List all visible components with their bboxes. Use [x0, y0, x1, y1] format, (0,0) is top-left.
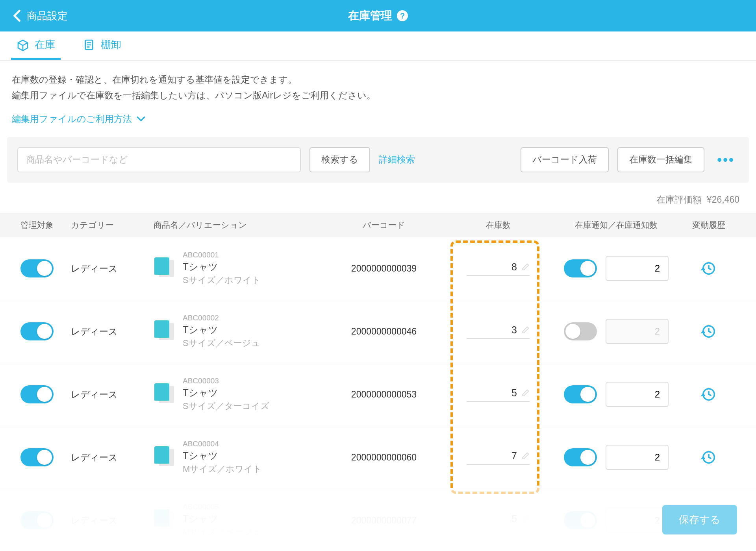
- product-name: Tシャツ: [183, 261, 261, 273]
- table-row: レディースABC00003TシャツSサイズ／ターコイズ2000000000053…: [0, 363, 756, 426]
- col-qty: 在庫数: [445, 220, 551, 231]
- variant: Sサイズ／ターコイズ: [183, 400, 269, 412]
- pencil-icon: [522, 389, 530, 397]
- tab-stocktake[interactable]: 棚卸: [77, 31, 127, 60]
- product-cell: ABC00001TシャツSサイズ／ホワイト: [154, 251, 323, 286]
- table-row: レディースABC00004TシャツMサイズ／ホワイト20000000000607: [0, 426, 756, 489]
- history-icon[interactable]: [701, 324, 716, 339]
- pencil-icon: [522, 263, 530, 271]
- product-thumb: [154, 320, 176, 342]
- filter-bar: 検索する 詳細検索 バーコード入荷 在庫数一括編集 •••: [7, 137, 749, 183]
- notify-qty-input[interactable]: [606, 256, 669, 281]
- product-cell: ABC00003TシャツSサイズ／ターコイズ: [154, 377, 323, 412]
- notify-qty-input[interactable]: [606, 382, 669, 407]
- managed-toggle[interactable]: [20, 322, 54, 340]
- managed-toggle[interactable]: [20, 448, 54, 466]
- col-product: 商品名／バリエーション: [154, 220, 323, 231]
- back-button[interactable]: 商品設定: [13, 9, 68, 23]
- sku: ABC00002: [183, 314, 260, 322]
- file-usage-link[interactable]: 編集用ファイルのご利用方法: [0, 108, 756, 137]
- box-icon: [17, 39, 29, 51]
- product-name: Tシャツ: [183, 324, 260, 336]
- product-thumb: [154, 446, 176, 468]
- history-icon[interactable]: [701, 261, 716, 276]
- app-header: 商品設定 在庫管理 ?: [0, 0, 756, 31]
- category-cell: レディース: [71, 325, 154, 338]
- barcode-cell: 2000000000053: [323, 389, 445, 400]
- sku: ABC00001: [183, 251, 261, 259]
- valuation: 在庫評価額 ¥26,460: [0, 183, 756, 213]
- notify-toggle[interactable]: [564, 448, 597, 466]
- product-cell: ABC00002TシャツSサイズ／ベージュ: [154, 314, 323, 349]
- col-target: 管理対象: [0, 220, 71, 231]
- history-icon[interactable]: [701, 387, 716, 402]
- sku: ABC00003: [183, 377, 269, 385]
- tab-stock[interactable]: 在庫: [11, 31, 61, 60]
- notify-qty-input[interactable]: [606, 445, 669, 470]
- help-icon[interactable]: ?: [397, 10, 408, 21]
- qty-input[interactable]: 3: [467, 324, 530, 339]
- category-cell: レディース: [71, 388, 154, 401]
- col-barcode: バーコード: [323, 220, 445, 231]
- qty-input[interactable]: 8: [467, 261, 530, 276]
- bulk-edit-button[interactable]: 在庫数一括編集: [617, 147, 704, 172]
- variant: Sサイズ／ベージュ: [183, 337, 260, 349]
- sku: ABC00004: [183, 440, 262, 448]
- page-title: 在庫管理 ?: [348, 8, 408, 23]
- search-input[interactable]: [17, 147, 301, 172]
- footer-overlay: 保存する: [0, 488, 756, 551]
- product-thumb: [154, 257, 176, 279]
- product-name: Tシャツ: [183, 386, 269, 399]
- col-history: 変動履歴: [681, 220, 736, 231]
- history-icon[interactable]: [701, 450, 716, 465]
- notify-toggle[interactable]: [564, 259, 597, 277]
- qty-input[interactable]: 5: [467, 387, 530, 402]
- category-cell: レディース: [71, 263, 154, 275]
- variant: Mサイズ／ホワイト: [183, 463, 262, 475]
- pencil-icon: [522, 326, 530, 334]
- table-row: レディースABC00002TシャツSサイズ／ベージュ20000000000463: [0, 300, 756, 363]
- tabs: 在庫 棚卸: [0, 31, 756, 61]
- category-cell: レディース: [71, 451, 154, 464]
- advanced-search-link[interactable]: 詳細検索: [379, 153, 415, 166]
- col-category: カテゴリー: [71, 220, 154, 231]
- description: 在庫数の登録・確認と、在庫切れを通知する基準値を設定できます。 編集用ファイルで…: [0, 61, 756, 108]
- back-label: 商品設定: [27, 9, 68, 23]
- chevron-left-icon: [13, 9, 21, 22]
- barcode-cell: 2000000000060: [323, 452, 445, 463]
- clipboard-icon: [83, 39, 95, 51]
- col-notify: 在庫通知／在庫通知数: [551, 220, 681, 231]
- barcode-cell: 2000000000046: [323, 326, 445, 337]
- managed-toggle[interactable]: [20, 259, 54, 277]
- table-header: 管理対象 カテゴリー 商品名／バリエーション バーコード 在庫数 在庫通知／在庫…: [0, 213, 756, 237]
- pencil-icon: [522, 452, 530, 460]
- managed-toggle[interactable]: [20, 385, 54, 403]
- product-cell: ABC00004TシャツMサイズ／ホワイト: [154, 440, 323, 475]
- notify-toggle[interactable]: [564, 322, 597, 340]
- save-button[interactable]: 保存する: [662, 505, 737, 534]
- search-button[interactable]: 検索する: [309, 147, 370, 172]
- barcode-cell: 2000000000039: [323, 263, 445, 274]
- notify-toggle[interactable]: [564, 385, 597, 403]
- product-name: Tシャツ: [183, 449, 262, 462]
- chevron-down-icon: [137, 115, 145, 123]
- barcode-in-button[interactable]: バーコード入荷: [521, 147, 609, 172]
- table-row: レディースABC00001TシャツSサイズ／ホワイト20000000000398: [0, 237, 756, 300]
- variant: Sサイズ／ホワイト: [183, 274, 261, 286]
- qty-input[interactable]: 7: [467, 450, 530, 465]
- more-icon[interactable]: •••: [713, 152, 739, 167]
- product-thumb: [154, 383, 176, 405]
- notify-qty-input: [606, 319, 669, 344]
